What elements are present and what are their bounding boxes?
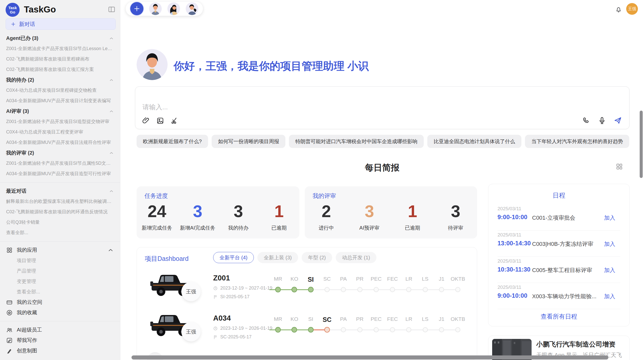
stat: 3我的待办: [218, 201, 259, 235]
stat: 3AI预评审: [348, 201, 391, 235]
app-logo: Task Go: [6, 3, 20, 17]
sidebar-item-my-apps[interactable]: 我的应用: [0, 245, 120, 255]
milestone-label-KO: KO: [290, 316, 298, 322]
sidebar-task-item[interactable]: A034-全新新能源MUV产品开发项目造型可行性评审: [0, 169, 120, 179]
sidebar-app-item[interactable]: 产品管理: [0, 266, 120, 276]
milestone-dot-MR: [275, 287, 281, 292]
project-row-A034[interactable]: 王强A0342023-12-19 ~ 2026-01-19SC-2025-05-…: [137, 309, 477, 347]
stat: 1已逾期: [259, 201, 299, 235]
milestone-dot-LS: [423, 287, 428, 292]
sidebar-tool-pen[interactable]: 创意制图: [0, 346, 120, 356]
logo-text-bottom: Go: [10, 10, 15, 14]
agent-avatar-1[interactable]: [149, 2, 162, 15]
sidebar-task-item[interactable]: Z001-全新燃油皮卡产品开发项目SI节点Lesson Learn报告: [0, 43, 120, 54]
plus-icon: [10, 21, 16, 27]
sidebar-section-1[interactable]: 我的待办 (2): [0, 75, 120, 85]
stat-card-title: 我的评审: [313, 192, 336, 200]
chevron-up-icon: [109, 151, 114, 156]
sidebar-app-item[interactable]: 项目管理: [0, 255, 120, 266]
team-icon: [6, 327, 13, 333]
milestone-label-FEC: FEC: [387, 316, 398, 322]
agent-avatar-3[interactable]: [186, 2, 198, 15]
sidebar-app-item[interactable]: 变更管理: [0, 276, 120, 287]
send-icon[interactable]: [613, 116, 622, 125]
milestone-dot-SI: [308, 327, 314, 333]
write-icon: [6, 337, 13, 344]
sidebar-section-recent[interactable]: 最近对话: [0, 186, 120, 196]
vertical-scrollbar[interactable]: [640, 111, 643, 178]
project-dates: 2023-12-19 ~ 2027-01-19: [213, 286, 272, 291]
milestone-label-SC: SC: [323, 316, 332, 323]
sidebar-divider: [0, 321, 120, 321]
sidebar-task-item[interactable]: A034-全新新能源MUV产品开发项目法规符合性评审: [0, 137, 120, 148]
dashboard-filter-chip[interactable]: 全新平台 (4): [213, 252, 254, 263]
image-icon[interactable]: [156, 117, 164, 125]
sidebar-task-item[interactable]: C02-飞腾新能源轻客改款项目里程碑画布: [0, 54, 120, 64]
collapse-sidebar-icon[interactable]: [108, 6, 115, 13]
milestone-dot-OKTB: [455, 287, 460, 292]
notification-bell-icon[interactable]: [615, 6, 622, 13]
suggestion-chip[interactable]: 特朗普可能对进口汽车增税会对中国车企造成哪些影响: [289, 135, 424, 148]
microphone-icon[interactable]: [598, 116, 606, 125]
message-input[interactable]: [142, 101, 499, 113]
join-event-link[interactable]: 加入: [604, 293, 615, 300]
sidebar-tool-write[interactable]: 帮我写作: [0, 335, 120, 346]
project-row-Z001[interactable]: 王强Z0012023-12-19 ~ 2027-01-19SI-2025-05-…: [137, 269, 477, 307]
add-agent-button[interactable]: [130, 2, 143, 15]
join-event-link[interactable]: 加入: [604, 266, 615, 274]
sidebar-recent-item[interactable]: 公司Q3轻卡销量: [0, 217, 120, 228]
milestone-label-PEC: PEC: [371, 276, 382, 282]
horizontal-scrollbar[interactable]: [131, 355, 608, 359]
dashboard-filter-chip[interactable]: 年型 (2): [302, 252, 332, 263]
suggestion-chip[interactable]: 当下年轻人对汽车外观有怎样的喜好趋势: [525, 135, 629, 148]
milestone-label-SC: SC: [323, 276, 331, 282]
sidebar-section-recent-label: 最近对话: [6, 188, 109, 194]
dashboard-filter-chip[interactable]: 动总开发 (1): [336, 252, 376, 263]
schedule-event: 2025/03/119:00-10:00C001-立项审批会加入: [488, 204, 630, 231]
event-time: 13:00-14:30: [497, 240, 531, 247]
sidebar-recent-item[interactable]: 解释最新出台的欧盟报废车法规再生塑料比例被调至15%...: [0, 196, 120, 207]
sidebar-task-item[interactable]: Z001-全新燃油轻卡产品开发项目SI节点属性5D文件评审: [0, 158, 120, 169]
sidebar-tool-team[interactable]: AI超级员工: [0, 325, 120, 335]
stat-value: 24: [148, 201, 166, 221]
scissors-icon[interactable]: [170, 117, 179, 125]
sidebar-recent-item[interactable]: 查看全部...: [0, 228, 120, 238]
star-circle-icon: [6, 309, 13, 316]
sidebar-task-item[interactable]: C02-飞腾新能源轻客改款项目立项汇报方案: [0, 64, 120, 75]
sidebar-task-item[interactable]: Z001-全新燃油轻卡产品开发项目SI造型提交物评审: [0, 116, 120, 127]
sidebar-task-item[interactable]: C0X4-动力总成开发项目SI里程碑提交物检查: [0, 85, 120, 96]
sidebar-task-item[interactable]: A034-全新新能源MUV产品开发项目计划变更表编写: [0, 96, 120, 106]
sidebar-app-item[interactable]: 查看全部...: [0, 287, 120, 297]
user-avatar[interactable]: 王强: [626, 3, 638, 15]
join-event-link[interactable]: 加入: [604, 240, 615, 248]
chevron-up-icon: [109, 109, 114, 114]
grid-layout-icon[interactable]: [616, 163, 623, 170]
sidebar-section-3[interactable]: 我的评审 (2): [0, 148, 120, 158]
new-chat-button[interactable]: 新对话: [6, 18, 116, 30]
suggestion-chip[interactable]: 欧洲新规最近颁布了什么?: [137, 135, 208, 148]
sidebar-section-2[interactable]: AI评审 (3): [0, 106, 120, 116]
sidebar-item-cloud-space[interactable]: 我的云空间: [0, 297, 120, 307]
news-title: 小鹏飞行汽车制造公司增资: [536, 340, 616, 349]
milestone-dot-SC: [324, 327, 330, 333]
sidebar-task-item[interactable]: C0X4-动力总成开发项目工程变更评审: [0, 127, 120, 137]
sidebar-section-0[interactable]: Agent已办 (3): [0, 33, 120, 43]
milestone-dot-SC: [325, 287, 330, 292]
stat: 2进行中: [305, 201, 348, 235]
cloud-space-icon: [6, 299, 13, 306]
suggestion-chip[interactable]: 如何写一份清晰的项目周报: [212, 135, 285, 148]
dashboard-filter-chip[interactable]: 全新上装 (3): [257, 252, 298, 263]
milestone-dot-LR: [406, 287, 411, 292]
dashboard-filters: 全新平台 (4)全新上装 (3)年型 (2)动总开发 (1): [213, 252, 376, 263]
sidebar-recent-item[interactable]: C02-飞腾新能源轻客改款项目的闭环通告反馈情况: [0, 207, 120, 217]
milestone-dot-LR: [406, 327, 411, 332]
stat-value: 3: [234, 201, 243, 221]
view-all-schedule-link[interactable]: 查看所有日程: [488, 312, 630, 321]
sidebar-item-star-circle[interactable]: 我的收藏: [0, 307, 120, 318]
paperclip-icon[interactable]: [142, 117, 150, 125]
phone-icon[interactable]: [582, 116, 591, 125]
join-event-link[interactable]: 加入: [604, 214, 615, 222]
agent-avatar-2[interactable]: [167, 2, 180, 15]
suggestion-chip[interactable]: 比亚迪全固态电池计划具体说了什么: [427, 135, 521, 148]
milestone-label-J1: J1: [439, 316, 444, 322]
